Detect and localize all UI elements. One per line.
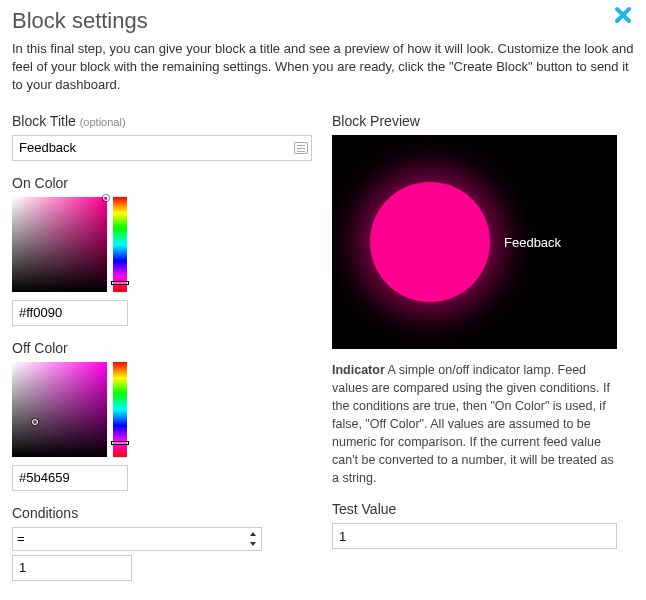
conditions-value-input[interactable] xyxy=(12,555,132,581)
block-title-input[interactable] xyxy=(12,135,312,161)
indicator-lamp xyxy=(370,182,490,302)
on-color-label: On Color xyxy=(12,175,314,191)
page-title: Block settings xyxy=(12,8,634,34)
test-value-label: Test Value xyxy=(332,501,634,517)
intro-text: In this final step, you can give your bl… xyxy=(12,40,634,95)
on-color-hue[interactable] xyxy=(113,197,127,292)
off-color-label: Off Color xyxy=(12,340,314,356)
off-color-hex-input[interactable] xyxy=(12,465,128,491)
indicator-description: Indicator A simple on/off indicator lamp… xyxy=(332,361,617,488)
block-title-label: Block Title (optional) xyxy=(12,113,314,129)
test-value-input[interactable] xyxy=(332,523,617,549)
indicator-lamp-label: Feedback xyxy=(504,234,561,249)
on-color-hex-input[interactable] xyxy=(12,300,128,326)
close-icon[interactable] xyxy=(614,6,632,24)
conditions-operator-select[interactable]: = xyxy=(12,527,262,551)
off-color-hue[interactable] xyxy=(113,362,127,457)
conditions-label: Conditions xyxy=(12,505,314,521)
on-color-satval[interactable] xyxy=(12,197,107,292)
preview-label: Block Preview xyxy=(332,113,634,129)
block-preview: Feedback xyxy=(332,135,617,349)
off-color-satval[interactable] xyxy=(12,362,107,457)
list-icon xyxy=(294,142,308,154)
